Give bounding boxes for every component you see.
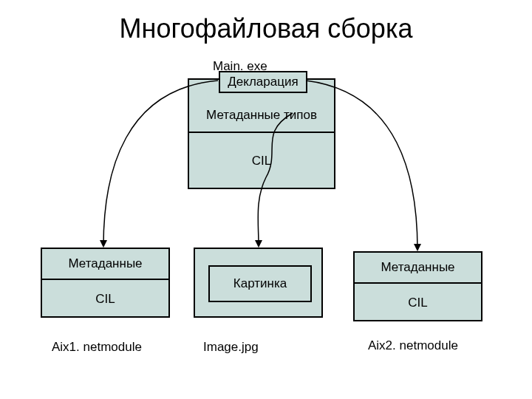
aix2-box: Метаданные CIL	[353, 251, 482, 321]
aix2-divider	[355, 282, 481, 284]
aix2-metadata-label: Метаданные	[355, 260, 481, 275]
declaration-box: Декларация	[219, 71, 307, 93]
aix1-divider	[42, 279, 168, 280]
aix1-box: Метаданные CIL	[41, 248, 170, 318]
diagram-stage: Многофайловая сборка Декларация Метаданн…	[0, 0, 532, 399]
main-exe-box: Декларация Метаданные типов CIL	[188, 78, 335, 189]
aix2-cil-label: CIL	[355, 296, 481, 310]
main-cil-label: CIL	[189, 154, 334, 168]
main-metadata-label: Метаданные типов	[189, 108, 334, 123]
picture-box: Картинка	[208, 265, 312, 302]
main-caption: Main. exe	[213, 59, 267, 74]
image-caption: Image.jpg	[203, 340, 259, 355]
slide-title: Многофайловая сборка	[0, 13, 532, 44]
aix1-metadata-label: Метаданные	[42, 256, 168, 271]
aix1-caption: Aix1. netmodule	[52, 340, 142, 355]
aix1-cil-label: CIL	[42, 292, 168, 307]
main-divider	[189, 132, 334, 133]
image-box: Картинка	[194, 248, 323, 318]
aix2-caption: Aix2. netmodule	[368, 338, 458, 353]
